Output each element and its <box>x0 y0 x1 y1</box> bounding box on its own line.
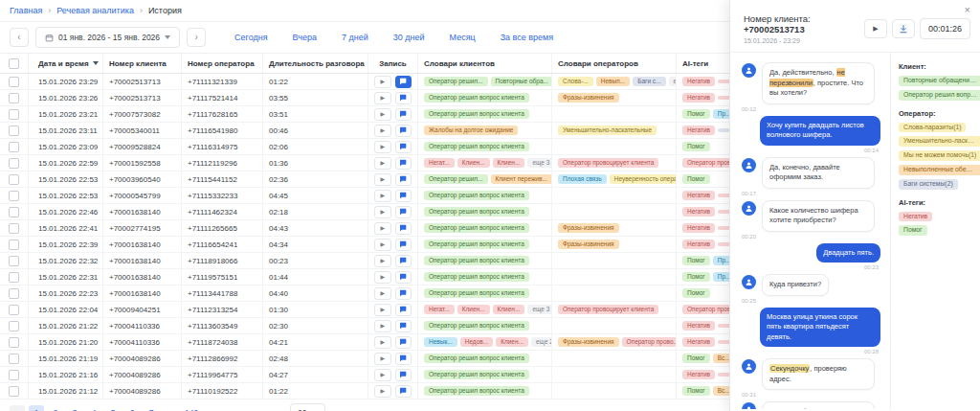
row-play-button[interactable]: ▶ <box>374 157 391 170</box>
row-play-button[interactable]: ▶ <box>374 141 391 153</box>
row-play-button[interactable]: ▶ <box>374 336 391 349</box>
row-play-button[interactable]: ▶ <box>374 108 391 121</box>
page-button-4[interactable]: 4 <box>86 405 101 411</box>
row-checkbox[interactable] <box>9 77 19 87</box>
row-transcript-button[interactable] <box>395 76 412 88</box>
row-play-button[interactable]: ▶ <box>374 320 391 332</box>
message-timestamp: 00:31 <box>742 392 756 398</box>
row-checkbox[interactable] <box>9 223 19 234</box>
row-transcript-button[interactable] <box>395 141 412 153</box>
row-transcript-button[interactable] <box>395 190 412 202</box>
page-button-1[interactable]: 1 <box>29 405 44 411</box>
row-transcript-button[interactable] <box>395 320 412 332</box>
row-play-button[interactable]: ▶ <box>374 125 391 137</box>
row-transcript-button[interactable] <box>395 239 412 251</box>
row-transcript-button[interactable] <box>395 173 412 186</box>
row-checkbox[interactable] <box>9 109 19 120</box>
play-button[interactable]: ▶ <box>864 19 887 38</box>
row-checkbox[interactable] <box>9 191 19 201</box>
row-play-button[interactable]: ▶ <box>374 190 391 202</box>
page-button-6[interactable]: 6 <box>124 405 140 411</box>
date-range-picker[interactable]: 01 янв. 2026 - 15 янв. 2026 <box>35 27 180 48</box>
row-transcript-button[interactable] <box>395 125 412 137</box>
row-operator-dicts <box>552 188 677 203</box>
row-checkbox[interactable] <box>9 158 19 169</box>
row-transcript-button[interactable] <box>395 336 412 349</box>
quick-filter-5[interactable]: За все время <box>501 33 553 42</box>
row-operator-dicts <box>552 367 677 382</box>
row-checkbox[interactable] <box>9 370 19 380</box>
row-checkbox[interactable] <box>9 142 19 152</box>
row-play-button[interactable]: ▶ <box>374 255 391 267</box>
row-checkbox[interactable] <box>9 256 19 266</box>
page-size-select[interactable]: 20 <box>290 403 324 411</box>
breadcrumb-speech-analytics[interactable]: Речевая аналитика <box>56 6 134 15</box>
close-icon[interactable]: × <box>963 2 972 17</box>
page-button-7[interactable]: 7 <box>144 405 159 411</box>
row-record-cell: ▶ <box>368 237 418 252</box>
row-checkbox[interactable] <box>9 207 19 217</box>
page-button-149[interactable]: 149 <box>182 405 201 411</box>
page-button-2[interactable]: 2 <box>48 405 63 411</box>
row-client-dicts: Оператор решил вопрос клиента <box>418 269 552 285</box>
row-play-button[interactable]: ▶ <box>374 222 391 235</box>
page-next-button[interactable]: › <box>205 405 220 411</box>
date-next-button[interactable]: › <box>187 28 206 47</box>
page-button-5[interactable]: 5 <box>105 405 121 411</box>
row-transcript-button[interactable] <box>395 271 412 284</box>
row-transcript-button[interactable] <box>395 255 412 267</box>
row-checkbox[interactable] <box>9 126 19 136</box>
row-checkbox[interactable] <box>9 288 19 299</box>
chat-bubble-icon <box>399 322 407 330</box>
row-transcript-button[interactable] <box>395 222 412 235</box>
row-play-button[interactable]: ▶ <box>374 385 391 398</box>
quick-filter-4[interactable]: Месяц <box>450 33 476 42</box>
row-play-button[interactable]: ▶ <box>374 304 391 316</box>
message-text: Куда привезти? <box>769 280 821 288</box>
row-play-button[interactable]: ▶ <box>374 173 391 186</box>
row-checkbox[interactable] <box>9 321 19 331</box>
row-checkbox[interactable] <box>9 240 19 250</box>
row-transcript-button[interactable] <box>395 206 412 218</box>
row-play-button[interactable]: ▶ <box>374 287 391 300</box>
select-all-checkbox[interactable] <box>9 58 19 69</box>
row-play-button[interactable]: ▶ <box>374 76 391 88</box>
row-transcript-button[interactable] <box>395 369 412 381</box>
page-prev-button[interactable]: ‹ <box>10 405 25 411</box>
row-play-button[interactable]: ▶ <box>374 92 391 104</box>
date-prev-button[interactable]: ‹ <box>10 28 29 47</box>
row-transcript-button[interactable] <box>395 304 412 316</box>
dict-tag: Оператор решил вопрос клиента <box>424 191 529 201</box>
row-checkbox[interactable] <box>9 93 19 103</box>
row-play-button[interactable]: ▶ <box>374 239 391 251</box>
quick-filter-1[interactable]: Вчера <box>293 33 317 42</box>
breadcrumb-home[interactable]: Главная <box>10 6 42 15</box>
row-play-button[interactable]: ▶ <box>374 206 391 218</box>
row-checkbox[interactable] <box>9 305 19 315</box>
row-checkbox[interactable] <box>9 354 19 364</box>
row-transcript-button[interactable] <box>395 92 412 104</box>
quick-filter-2[interactable]: 7 дней <box>342 33 368 42</box>
row-checkbox-cell <box>0 334 29 350</box>
row-transcript-button[interactable] <box>395 353 412 365</box>
incoming-message-wrap: Да, конечно, давайте оформим заказ. <box>742 157 875 189</box>
row-checkbox[interactable] <box>9 337 19 348</box>
row-checkbox-cell <box>0 302 29 317</box>
play-icon: ▶ <box>380 258 385 263</box>
row-checkbox[interactable] <box>9 272 19 283</box>
quick-filter-0[interactable]: Сегодня <box>234 33 268 42</box>
row-checkbox[interactable] <box>9 386 19 397</box>
row-play-button[interactable]: ▶ <box>374 271 391 284</box>
row-transcript-button[interactable] <box>395 385 412 398</box>
quick-filter-3[interactable]: 30 дней <box>393 33 425 42</box>
row-operator-dicts: Уменьшительно-ласкательные <box>552 123 677 138</box>
row-transcript-button[interactable] <box>395 108 412 121</box>
row-play-button[interactable]: ▶ <box>374 369 391 381</box>
row-checkbox[interactable] <box>9 174 19 185</box>
row-transcript-button[interactable] <box>395 157 412 170</box>
row-play-button[interactable]: ▶ <box>374 353 391 365</box>
header-datetime[interactable]: Дата и время <box>29 54 103 73</box>
download-button[interactable] <box>892 19 915 38</box>
row-transcript-button[interactable] <box>395 287 412 300</box>
page-button-3[interactable]: 3 <box>67 405 82 411</box>
